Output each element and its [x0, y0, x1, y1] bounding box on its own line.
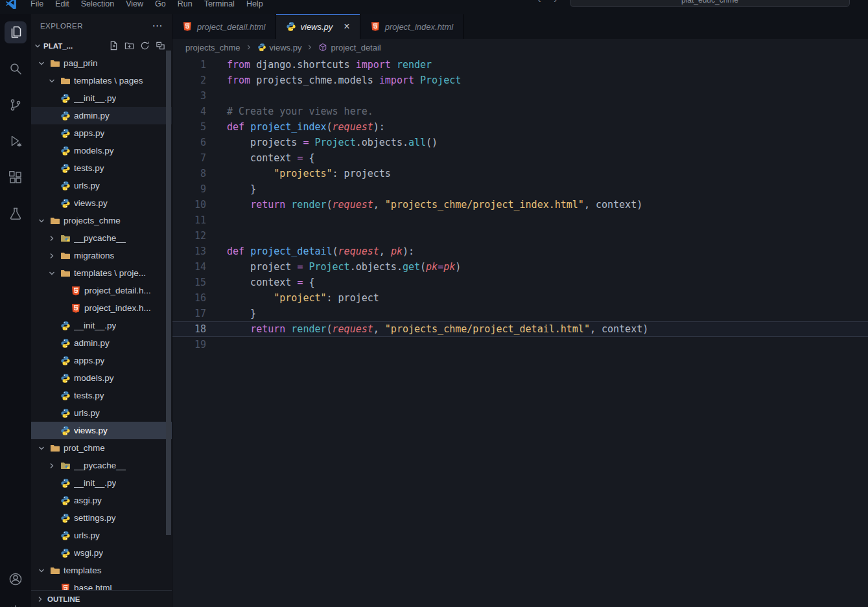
- code-line-10[interactable]: 10 return render(request, "projects_chme…: [172, 197, 868, 212]
- command-center[interactable]: plat_educ_chme: [570, 0, 850, 7]
- menu-item-go[interactable]: Go: [149, 0, 172, 8]
- tree-item-__pycache__[interactable]: __pycache__: [31, 229, 172, 247]
- activity-explorer[interactable]: [0, 14, 31, 51]
- tree-item-prot_chme[interactable]: prot_chme: [31, 439, 172, 457]
- tree-item-project_index.h...[interactable]: project_index.h...: [31, 299, 172, 317]
- tree-item-migrations[interactable]: migrations: [31, 247, 172, 264]
- code-line-8[interactable]: 8 "projects": projects: [172, 166, 868, 181]
- outline-section-header[interactable]: OUTLINE: [31, 590, 172, 607]
- code-editor[interactable]: 1from django.shortcuts import render2fro…: [172, 56, 868, 607]
- tree-item-tests.py[interactable]: tests.py: [31, 387, 172, 404]
- tree-item-__pycache__[interactable]: __pycache__: [31, 457, 172, 474]
- tree-item-base.html[interactable]: base.html: [31, 579, 172, 590]
- tree-item-views.py[interactable]: views.py: [31, 194, 172, 212]
- code-line-4[interactable]: 4# Create your views here.: [172, 104, 868, 119]
- tree-item-wsgi.py[interactable]: wsgi.py: [31, 544, 172, 562]
- tree-item-pag_prin[interactable]: pag_prin: [31, 54, 172, 72]
- menu-item-file[interactable]: File: [25, 0, 49, 8]
- history-nav-arrows[interactable]: ‹ ›: [538, 0, 562, 5]
- code-line-16[interactable]: 16 "project": project: [172, 290, 868, 306]
- menu-item-selection[interactable]: Selection: [75, 0, 120, 8]
- code-line-14[interactable]: 14 project = Project.objects.get(pk=pk): [172, 259, 868, 275]
- activity-account[interactable]: [0, 563, 31, 595]
- code-line-1[interactable]: 1from django.shortcuts import render: [172, 57, 868, 73]
- source-control-icon: [5, 94, 27, 116]
- folder-icon: [60, 251, 71, 261]
- activity-settings[interactable]: [0, 595, 31, 607]
- chevron-spacer: [47, 531, 57, 541]
- python-icon: [60, 496, 71, 506]
- tree-item-urls.py[interactable]: urls.py: [31, 177, 172, 194]
- python-icon: [60, 338, 71, 349]
- code-line-17[interactable]: 17 }: [172, 306, 868, 321]
- code-line-13[interactable]: 13def project_detail(request, pk):: [172, 244, 868, 259]
- tree-item-label: settings.py: [74, 513, 116, 523]
- more-actions-icon[interactable]: ⋯: [152, 23, 163, 29]
- menu-item-view[interactable]: View: [120, 0, 149, 8]
- chevron-right-icon: [244, 43, 253, 52]
- code-line-2[interactable]: 2from projects_chme.models import Projec…: [172, 73, 868, 88]
- tree-item-urls.py[interactable]: urls.py: [31, 527, 172, 544]
- refresh-icon[interactable]: [140, 41, 150, 51]
- tab-project_detail.html[interactable]: project_detail.html: [172, 14, 276, 39]
- code-line-19[interactable]: 19: [172, 337, 868, 352]
- tree-item-apps.py[interactable]: apps.py: [31, 352, 172, 369]
- tree-item-templates-proje...[interactable]: templates \ proje...: [31, 264, 172, 282]
- tree-item-__init__.py[interactable]: __init__.py: [31, 474, 172, 492]
- tree-item-templates[interactable]: templates: [31, 562, 172, 579]
- tree-item-asgi.py[interactable]: asgi.py: [31, 492, 172, 509]
- activity-extensions[interactable]: [0, 159, 31, 196]
- code-line-15[interactable]: 15 context = {: [172, 275, 868, 290]
- activity-testing[interactable]: [0, 196, 31, 232]
- activity-run-debug[interactable]: [0, 123, 31, 159]
- tree-item-tests.py[interactable]: tests.py: [31, 159, 172, 177]
- breadcrumb-label: views.py: [270, 43, 302, 52]
- menu-item-run[interactable]: Run: [172, 0, 198, 8]
- python-icon: [257, 43, 266, 52]
- menu-item-terminal[interactable]: Terminal: [198, 0, 240, 8]
- tree-item-templates-pages[interactable]: templates \ pages: [31, 72, 172, 89]
- activity-source-control[interactable]: [0, 87, 31, 123]
- tree-item-admin.py[interactable]: admin.py: [31, 107, 172, 124]
- code-line-9[interactable]: 9 }: [172, 181, 868, 197]
- breadcrumb-project_detail[interactable]: project_detail: [318, 43, 381, 52]
- line-number: 13: [172, 244, 206, 259]
- workspace-section-header[interactable]: PLAT_...: [31, 37, 172, 54]
- tree-item-models.py[interactable]: models.py: [31, 369, 172, 387]
- tree-item-label: apps.py: [74, 128, 104, 138]
- code-line-6[interactable]: 6 projects = Project.objects.all(): [172, 135, 868, 150]
- new-file-icon[interactable]: [109, 41, 119, 51]
- breadcrumb-views.py[interactable]: views.py: [257, 43, 302, 52]
- code-line-3[interactable]: 3: [172, 88, 868, 104]
- tree-item-settings.py[interactable]: settings.py: [31, 509, 172, 527]
- code-line-11[interactable]: 11: [172, 212, 868, 228]
- menu-item-help[interactable]: Help: [240, 0, 269, 8]
- tree-item-admin.py[interactable]: admin.py: [31, 334, 172, 352]
- tree-item-__init__.py[interactable]: __init__.py: [31, 317, 172, 334]
- tree-item-apps.py[interactable]: apps.py: [31, 124, 172, 142]
- chevron-spacer: [47, 478, 57, 488]
- tree-item-models.py[interactable]: models.py: [31, 142, 172, 159]
- tab-views.py[interactable]: views.py×: [276, 14, 360, 39]
- close-icon[interactable]: ×: [344, 23, 349, 30]
- line-number: 14: [172, 259, 206, 275]
- sidebar-scrollbar[interactable]: [166, 51, 171, 535]
- tab-project_index.html[interactable]: project_index.html: [360, 14, 464, 39]
- menu-item-edit[interactable]: Edit: [49, 0, 75, 8]
- tree-item-views.py[interactable]: views.py: [31, 422, 172, 439]
- collapse-all-icon[interactable]: [156, 41, 165, 51]
- activity-search[interactable]: [0, 51, 31, 87]
- breadcrumb-projects_chme[interactable]: projects_chme: [185, 43, 240, 52]
- chevron-down-icon: [47, 76, 57, 86]
- code-line-5[interactable]: 5def project_index(request):: [172, 119, 868, 135]
- tree-item-__init__.py[interactable]: __init__.py: [31, 89, 172, 107]
- new-folder-icon[interactable]: [124, 41, 134, 51]
- tree-item-project_detail.h...[interactable]: project_detail.h...: [31, 282, 172, 299]
- tree-item-urls.py[interactable]: urls.py: [31, 404, 172, 422]
- explorer-sidebar: EXPLORER ⋯ PLAT_... pag_printemplates \ …: [31, 14, 172, 607]
- tree-item-projects_chme[interactable]: projects_chme: [31, 212, 172, 229]
- code-line-7[interactable]: 7 context = {: [172, 150, 868, 166]
- code-line-12[interactable]: 12: [172, 228, 868, 244]
- python-icon: [60, 198, 71, 209]
- code-line-18[interactable]: 18 return render(request, "projects_chme…: [172, 321, 868, 337]
